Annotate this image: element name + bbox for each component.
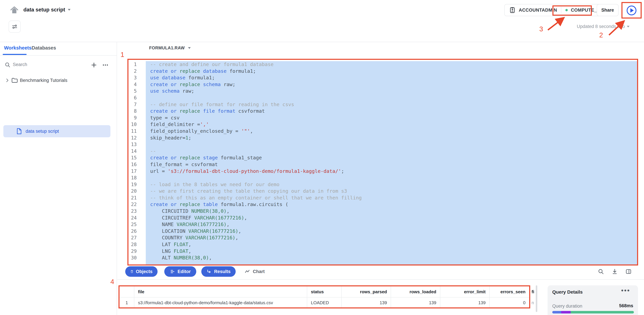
code-token: create or xyxy=(150,155,180,161)
code-token: replace xyxy=(180,68,200,74)
code-line[interactable]: -- define our file format for reading in… xyxy=(146,101,637,108)
objects-button[interactable]: Objects xyxy=(125,266,158,277)
worksheet-search[interactable]: Search xyxy=(0,60,117,70)
sidebar-item-folder[interactable]: Benchmarking Tutorials xyxy=(0,75,117,86)
code-line[interactable]: field_delimiter =',' xyxy=(146,121,637,128)
column-header[interactable]: file xyxy=(134,286,307,297)
updated-status[interactable]: Updated 8 seconds ago xyxy=(552,24,630,29)
line-number: 27 xyxy=(128,234,146,241)
home-icon[interactable] xyxy=(10,6,19,15)
code-line[interactable]: NAME VARCHAR(16777216), xyxy=(146,221,637,228)
code-token: , xyxy=(235,235,238,240)
annotation-label-1: 1 xyxy=(120,51,124,59)
app-header: data setup script ACCOUNTADMIN COMPUTE_W… xyxy=(0,0,644,42)
code-line[interactable]: create or replace schema raw; xyxy=(146,81,637,88)
code-token: , xyxy=(209,255,212,261)
results-header-row: filestatusrows_parsedrows_loadederror_li… xyxy=(120,286,529,297)
code-line[interactable]: CIRCUITREF VARCHAR(16777216), xyxy=(146,215,637,221)
code-token: create or xyxy=(150,201,180,207)
code-token: , xyxy=(238,228,241,234)
chart-line-icon xyxy=(244,269,250,274)
table-cell[interactable]: 139 xyxy=(391,297,440,308)
search-results-icon[interactable] xyxy=(598,268,604,275)
code-token: stage xyxy=(200,155,218,161)
line-number: 18 xyxy=(128,174,146,181)
column-header[interactable] xyxy=(120,286,134,297)
code-line[interactable]: LOCATION VARCHAR(16777216), xyxy=(146,228,637,235)
line-number: 11 xyxy=(128,128,146,135)
code-line[interactable]: LNG FLOAT, xyxy=(146,248,637,255)
column-header[interactable]: rows_loaded xyxy=(391,286,440,297)
code-token: skip_header= xyxy=(150,135,186,141)
worksheet-title[interactable]: data setup script xyxy=(24,7,70,13)
tab-worksheets[interactable]: Worksheets xyxy=(4,45,32,51)
code-line[interactable]: create or replace stage formula1_stage xyxy=(146,154,637,161)
database-context-selector[interactable]: FORMULA1.RAW xyxy=(149,46,191,50)
code-line[interactable]: create or replace database formula1; xyxy=(146,68,637,75)
table-cell[interactable]: LOADED xyxy=(307,297,342,308)
results-scrollbar[interactable] xyxy=(536,285,537,312)
code-token: schema xyxy=(200,82,221,87)
table-cell[interactable]: s3://formula1-dbt-cloud-python-demo/form… xyxy=(134,297,307,308)
tab-databases[interactable]: Databases xyxy=(32,45,56,51)
context-selector[interactable]: ACCOUNTADMIN COMPUTE_WH xyxy=(504,4,609,16)
code-line[interactable]: skip_header=1; xyxy=(146,135,637,141)
code-line[interactable]: -- think of this as an empty container o… xyxy=(146,195,637,201)
query-details-panel: Query Details ••• Query duration 568ms xyxy=(548,285,638,315)
code-line[interactable]: -- we are first creating the table then … xyxy=(146,188,637,195)
editor-gutter: 1234567891011121314151617181920212223242… xyxy=(128,61,146,261)
editor-label: Editor xyxy=(178,269,191,274)
code-token: LAT xyxy=(150,241,174,247)
table-cell[interactable]: 139 xyxy=(342,297,391,308)
code-line[interactable]: -- load in the 8 tables we need for our … xyxy=(146,181,637,188)
code-line[interactable]: create or replace table formula1.raw.cir… xyxy=(146,201,637,208)
new-worksheet-button[interactable] xyxy=(90,62,97,68)
code-line[interactable] xyxy=(146,95,637,101)
worksheet-file-icon xyxy=(16,128,22,135)
code-line[interactable]: file_format = csvformat xyxy=(146,161,637,168)
download-icon[interactable] xyxy=(611,268,618,275)
code-line[interactable]: CIRCUITID NUMBER(38,0), xyxy=(146,208,637,215)
code-token: file format xyxy=(200,108,236,114)
sidebar-item-worksheet-selected[interactable]: data setup script xyxy=(3,125,110,137)
run-button[interactable] xyxy=(623,3,640,18)
table-row[interactable]: 1s3://formula1-dbt-cloud-python-demo/for… xyxy=(120,297,529,308)
column-header[interactable]: error_limit xyxy=(440,286,490,297)
code-token: use schema xyxy=(150,88,180,94)
table-cell[interactable]: 139 xyxy=(440,297,490,308)
code-line[interactable] xyxy=(146,174,637,181)
code-line[interactable]: use database formula1; xyxy=(146,75,637,81)
column-header[interactable]: errors_seen xyxy=(490,286,529,297)
column-header[interactable]: status xyxy=(307,286,342,297)
more-options-icon[interactable] xyxy=(102,62,109,68)
chart-tab[interactable]: Chart xyxy=(244,266,265,277)
line-number: 3 xyxy=(128,75,146,81)
query-details-menu[interactable]: ••• xyxy=(621,287,630,294)
sql-editor[interactable]: 1234567891011121314151617181920212223242… xyxy=(128,60,637,264)
line-number: 19 xyxy=(128,181,146,188)
code-line[interactable]: field_optionally_enclosed_by = '"', xyxy=(146,128,637,135)
search-icon xyxy=(4,62,11,68)
results-button[interactable]: Results xyxy=(201,266,236,277)
table-cell[interactable]: 0 xyxy=(490,297,529,308)
line-number: 25 xyxy=(128,221,146,228)
share-button[interactable]: Share xyxy=(597,4,618,16)
code-line[interactable]: url = 's3://formula1-dbt-cloud-python-de… xyxy=(146,168,637,175)
code-line[interactable]: ALT NUMBER(38,0), xyxy=(146,254,637,261)
code-line[interactable]: create or replace file format csvformat xyxy=(146,108,637,115)
context-label-text: FORMULA1.RAW xyxy=(149,46,185,50)
table-cell[interactable]: 1 xyxy=(120,297,134,308)
code-line[interactable]: -- create and define our formula1 databa… xyxy=(146,61,637,68)
column-header[interactable]: rows_parsed xyxy=(342,286,391,297)
code-line[interactable]: -- xyxy=(146,148,637,155)
split-columns-icon[interactable] xyxy=(625,268,632,275)
editor-code-area[interactable]: -- create and define our formula1 databa… xyxy=(146,60,637,264)
code-line[interactable]: COUNTRY VARCHAR(16777216), xyxy=(146,234,637,241)
code-line[interactable] xyxy=(146,141,637,148)
code-token: -- think of this as an empty container o… xyxy=(150,195,362,201)
filters-button[interactable] xyxy=(8,21,21,33)
code-line[interactable]: use schema raw; xyxy=(146,88,637,95)
code-line[interactable]: type = csv xyxy=(146,115,637,121)
code-line[interactable]: LAT FLOAT, xyxy=(146,241,637,248)
editor-button[interactable]: Editor xyxy=(164,266,196,277)
